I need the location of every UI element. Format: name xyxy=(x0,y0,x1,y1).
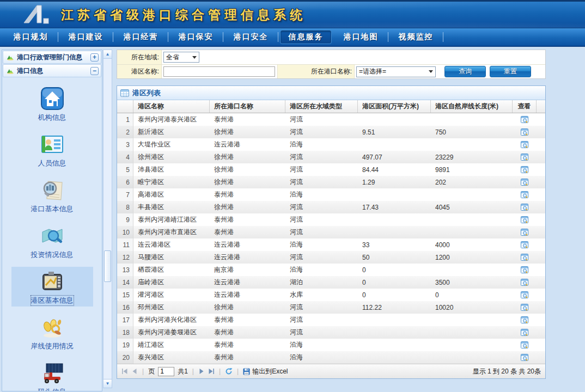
sidebar-item-1[interactable]: 机构信息 xyxy=(11,84,93,124)
export-excel-button[interactable]: 输出到Excel xyxy=(243,367,288,376)
view-icon[interactable] xyxy=(521,291,529,299)
view-icon[interactable] xyxy=(521,229,529,236)
table-row: 5 沛县港区 徐州港 河流 84.44 9891 xyxy=(117,163,545,176)
last-page-icon[interactable] xyxy=(208,368,215,375)
area-name-cell: 丰县港区 xyxy=(133,201,210,213)
port-name-cell: 徐州港 xyxy=(210,151,285,163)
table-row: 20 泰兴港区 泰州港 沿海 xyxy=(117,351,545,364)
page-number-input[interactable] xyxy=(158,367,174,376)
view-icon[interactable] xyxy=(521,279,529,286)
chevron-down-icon xyxy=(429,70,433,73)
area-size-cell xyxy=(358,113,431,126)
table-body: 1 泰州内河港泰兴港区 泰州港 河流 2 新沂港区 徐州港 河流 9.51 75… xyxy=(117,113,545,364)
sidebar-item-7[interactable]: 码头信息 xyxy=(11,358,93,391)
view-icon[interactable] xyxy=(521,341,529,349)
sidebar-group-label: 港口信息 xyxy=(17,66,43,76)
view-cell xyxy=(513,326,537,339)
table-row: 10 泰州内河港市直港区 泰州港 河流 xyxy=(117,226,545,238)
chevron-down-icon xyxy=(192,56,197,59)
table-row: 1 泰州内河港泰兴港区 泰州港 河流 xyxy=(117,113,545,126)
map-magnifier-icon xyxy=(40,177,65,203)
area-name-cell: 睢宁港区 xyxy=(133,176,210,188)
shoreline-cell xyxy=(431,351,513,364)
scroll-down-icon[interactable]: ▼ xyxy=(103,379,112,388)
view-icon[interactable] xyxy=(521,316,529,324)
view-icon[interactable] xyxy=(521,166,529,174)
header-spare xyxy=(537,100,545,113)
refresh-icon[interactable] xyxy=(225,367,233,375)
area-size-cell: 497.07 xyxy=(358,151,431,163)
view-icon[interactable] xyxy=(521,304,529,311)
spare-cell xyxy=(537,351,545,364)
area-size-cell xyxy=(358,326,431,339)
reset-button[interactable]: 重置 xyxy=(490,66,531,77)
area-size-cell xyxy=(358,226,431,238)
nav-tab-5[interactable]: 港口安全 xyxy=(223,28,278,46)
shoreline-cell: 4000 xyxy=(431,238,513,251)
sidebar-item-2[interactable]: 人员信息 xyxy=(11,130,93,169)
nav-tab-2[interactable]: 港口建设 xyxy=(58,28,113,46)
region-select[interactable]: 全省 xyxy=(163,52,199,63)
table-row: 4 徐州港区 徐州港 河流 497.07 23229 xyxy=(117,151,545,163)
view-icon[interactable] xyxy=(521,266,529,274)
view-icon[interactable] xyxy=(521,191,529,199)
sidebar-group-admin[interactable]: 港口行政管理部门信息 + xyxy=(3,51,101,64)
first-page-icon[interactable] xyxy=(121,368,128,375)
scrollbar-thumb[interactable] xyxy=(104,250,111,282)
nav-tab-1[interactable]: 港口规划 xyxy=(3,28,58,46)
table-row: 2 新沂港区 徐州港 河流 9.51 750 xyxy=(117,126,545,138)
area-size-cell xyxy=(358,314,431,326)
view-icon[interactable] xyxy=(521,116,529,124)
nav-tab-6[interactable]: 信息服务 xyxy=(280,30,332,44)
sidebar-group-portinfo[interactable]: 港口信息 − xyxy=(3,64,101,77)
area-name-input[interactable] xyxy=(163,66,275,77)
sidebar-item-3[interactable]: 港口基本信息 xyxy=(11,175,93,215)
spare-cell xyxy=(537,264,545,276)
view-icon[interactable] xyxy=(521,154,529,161)
next-page-icon[interactable] xyxy=(198,368,205,375)
region-label: 所在地域: xyxy=(117,50,162,64)
sidebar-item-4[interactable]: 投资情况信息 xyxy=(11,221,93,261)
nav-tab-3[interactable]: 港口经营 xyxy=(113,28,168,46)
view-cell xyxy=(513,289,537,301)
prev-page-icon[interactable] xyxy=(131,368,138,375)
spare-cell xyxy=(537,176,545,188)
person-card-icon xyxy=(40,132,65,157)
view-icon[interactable] xyxy=(521,141,529,149)
view-icon[interactable] xyxy=(521,128,529,136)
port-name-select[interactable]: =请选择= xyxy=(356,66,436,77)
view-icon[interactable] xyxy=(521,254,529,261)
shoreline-cell xyxy=(431,226,513,238)
collapse-minus-button[interactable]: − xyxy=(90,67,99,75)
port-name-cell: 泰州港 xyxy=(210,339,285,351)
water-type-cell: 沿海 xyxy=(285,264,358,276)
scroll-up-icon[interactable]: ▲ xyxy=(103,50,112,59)
table-row: 19 靖江港区 泰州港 沿海 xyxy=(117,339,545,351)
sidebar-item-6[interactable]: 岸线使用情况 xyxy=(11,313,93,352)
water-type-cell: 河流 xyxy=(285,326,358,339)
form-row-name: 港区名称: 所在港口名称: =请选择= 查询 重置 xyxy=(117,64,545,78)
area-name-cell: 新沂港区 xyxy=(133,126,210,138)
row-number-cell: 2 xyxy=(117,126,133,138)
view-icon[interactable] xyxy=(521,354,529,362)
view-icon[interactable] xyxy=(521,329,529,336)
sidebar-item-5[interactable]: 港区基本信息 xyxy=(11,267,93,307)
view-icon[interactable] xyxy=(521,204,529,211)
table-row: 18 泰州内河港姜堰港区 泰州港 河流 xyxy=(117,326,545,339)
spare-cell xyxy=(537,326,545,339)
app-header: 江苏省省级港口综合管理信息系统 xyxy=(0,0,585,28)
view-cell xyxy=(513,113,537,126)
area-size-cell: 0 xyxy=(358,276,431,289)
nav-tab-7[interactable]: 港口地图 xyxy=(333,28,388,46)
shoreline-cell: 23229 xyxy=(431,151,513,163)
expand-plus-button[interactable]: + xyxy=(90,53,99,62)
view-icon[interactable] xyxy=(521,241,529,249)
sidebar-scrollbar[interactable]: ▲ ▼ xyxy=(103,50,112,388)
view-icon[interactable] xyxy=(521,179,529,186)
query-button[interactable]: 查询 xyxy=(444,66,486,77)
gem-icon xyxy=(7,54,14,60)
row-number-cell: 12 xyxy=(117,251,133,264)
view-icon[interactable] xyxy=(521,216,529,224)
nav-tab-4[interactable]: 港口保安 xyxy=(168,28,223,46)
nav-tab-8[interactable]: 视频监控 xyxy=(388,28,443,46)
